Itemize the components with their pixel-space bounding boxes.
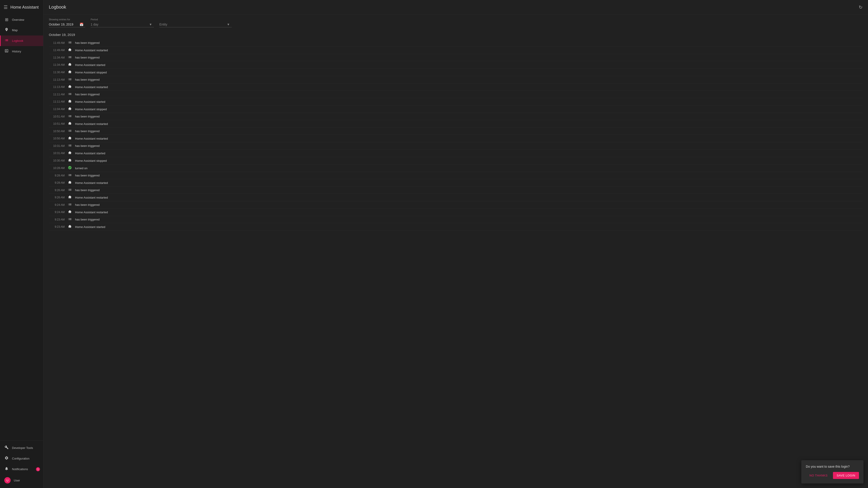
sidebar-item-logbook[interactable]: Logbook <box>0 35 43 46</box>
period-select[interactable]: 1 day ▼ <box>91 22 154 27</box>
log-entry: 11:49 AMHome Assistant restarted <box>49 46 863 54</box>
period-label: Period <box>91 18 154 21</box>
sidebar-bottom: Developer Tools Configuration Notificati… <box>0 441 43 488</box>
log-entry: 10:30 AMHome Assistant stopped <box>49 157 863 164</box>
ha-icon <box>67 224 72 229</box>
save-login-actions: NO THANKS SAVE LOGIN <box>806 472 859 479</box>
log-list: 11:49 AM has been triggered11:49 AMHome … <box>49 39 863 231</box>
developer-tools-icon <box>4 445 9 451</box>
log-message: Home Assistant restarted <box>75 137 108 140</box>
log-message: Home Assistant started <box>75 63 105 67</box>
log-entry: 11:34 AM has been triggered <box>49 54 863 61</box>
sidebar-label-developer-tools: Developer Tools <box>12 446 33 450</box>
trigger-icon <box>67 202 72 207</box>
sidebar-item-history[interactable]: History <box>0 46 43 57</box>
calendar-icon[interactable]: 📅 <box>80 23 84 26</box>
log-entry: 11:13 AM has been triggered <box>49 76 863 84</box>
log-entry: 11:34 AMHome Assistant started <box>49 61 863 69</box>
period-value: 1 day <box>91 23 98 26</box>
log-entry: 9:23 AMHome Assistant started <box>49 223 863 231</box>
log-entry: 9:28 AMHome Assistant restarted <box>49 179 863 187</box>
sidebar-label-logbook: Logbook <box>12 39 23 42</box>
menu-icon[interactable]: ☰ <box>4 4 8 10</box>
log-message: Home Assistant restarted <box>75 210 108 214</box>
entity-dropdown-icon: ▼ <box>227 23 230 26</box>
log-entry: 9:26 AM has been triggered <box>49 187 863 194</box>
log-content: October 19, 2019 11:49 AM has been trigg… <box>43 29 868 488</box>
notification-badge: 1 <box>36 467 40 471</box>
refresh-icon[interactable]: ↻ <box>859 4 863 10</box>
log-message: Home Assistant restarted <box>75 122 108 126</box>
save-login-dialog: Do you want to save this login? NO THANK… <box>801 460 864 484</box>
sidebar-item-configuration[interactable]: Configuration <box>0 453 43 464</box>
log-message: has been triggered <box>75 56 99 59</box>
date-filter-group: Showing entries for 📅 <box>49 18 85 27</box>
no-thanks-button[interactable]: NO THANKS <box>806 472 831 479</box>
logbook-icon <box>4 38 9 43</box>
sidebar-item-user[interactable]: U User <box>0 475 43 486</box>
log-time: 10:51 AM <box>49 115 65 118</box>
log-time: 9:28 AM <box>49 174 65 177</box>
ha-icon <box>67 151 72 156</box>
log-message: has been triggered <box>75 93 99 96</box>
log-time: 9:24 AM <box>49 210 65 214</box>
log-entry: 11:04 AMHome Assistant stopped <box>49 105 863 113</box>
ha-icon <box>67 62 72 67</box>
log-message: has been triggered <box>75 174 99 177</box>
trigger-icon <box>67 92 72 97</box>
grid-icon: ⊞ <box>4 17 9 22</box>
date-input[interactable]: 📅 <box>49 22 85 27</box>
log-message: Home Assistant stopped <box>75 159 107 162</box>
sidebar-item-notifications[interactable]: Notifications 1 <box>0 464 43 475</box>
date-field[interactable] <box>49 23 78 26</box>
log-message: turned on <box>75 166 88 170</box>
avatar: U <box>4 477 11 484</box>
log-message: Home Assistant started <box>75 152 105 155</box>
log-message: has been triggered <box>75 41 99 44</box>
sidebar-item-overview[interactable]: ⊞ Overview <box>0 14 43 25</box>
log-time: 10:31 AM <box>49 152 65 155</box>
sidebar-label-history: History <box>12 50 21 53</box>
log-time: 11:34 AM <box>49 63 65 66</box>
log-entry: 9:28 AM has been triggered <box>49 172 863 179</box>
ha-icon <box>67 180 72 185</box>
sidebar-label-overview: Overview <box>12 18 24 22</box>
log-entry: 9:24 AMHome Assistant restarted <box>49 208 863 216</box>
log-message: Home Assistant stopped <box>75 71 107 74</box>
log-entry: 10:31 AM has been triggered <box>49 142 863 150</box>
sidebar-item-developer-tools[interactable]: Developer Tools <box>0 443 43 453</box>
ha-icon <box>67 99 72 104</box>
log-message: Home Assistant started <box>75 100 105 103</box>
map-icon <box>4 28 9 33</box>
log-time: 9:24 AM <box>49 203 65 206</box>
log-time: 11:11 AM <box>49 100 65 103</box>
date-heading: October 19, 2019 <box>49 33 863 37</box>
trigger-icon <box>67 40 72 45</box>
notifications-icon <box>4 466 9 472</box>
log-time: 9:26 AM <box>49 196 65 199</box>
page-title: Logbook <box>49 4 66 10</box>
log-time: 9:26 AM <box>49 189 65 192</box>
sidebar-label-user: User <box>14 479 20 482</box>
check-icon <box>67 166 72 170</box>
log-message: Home Assistant stopped <box>75 107 107 111</box>
log-message: Home Assistant restarted <box>75 86 108 89</box>
log-time: 10:28 AM <box>49 166 65 170</box>
sidebar-item-map[interactable]: Map <box>0 25 43 35</box>
log-message: has been triggered <box>75 203 99 206</box>
save-login-text: Do you want to save this login? <box>806 465 859 468</box>
entity-select[interactable]: Entity ▼ <box>159 22 232 27</box>
ha-icon <box>67 210 72 215</box>
trigger-icon <box>67 77 72 82</box>
sidebar-header: ☰ Home Assistant <box>0 0 43 14</box>
log-entry: 9:23 AM has been triggered <box>49 216 863 223</box>
log-time: 11:49 AM <box>49 48 65 52</box>
period-filter-group: Period 1 day ▼ <box>91 18 154 27</box>
top-bar: Logbook ↻ <box>43 0 868 14</box>
log-time: 9:23 AM <box>49 225 65 228</box>
trigger-icon <box>67 129 72 133</box>
log-entry: 10:31 AMHome Assistant started <box>49 150 863 157</box>
log-entry: 9:26 AMHome Assistant restarted <box>49 194 863 201</box>
log-time: 9:28 AM <box>49 181 65 184</box>
save-login-button[interactable]: SAVE LOGIN <box>833 472 859 479</box>
